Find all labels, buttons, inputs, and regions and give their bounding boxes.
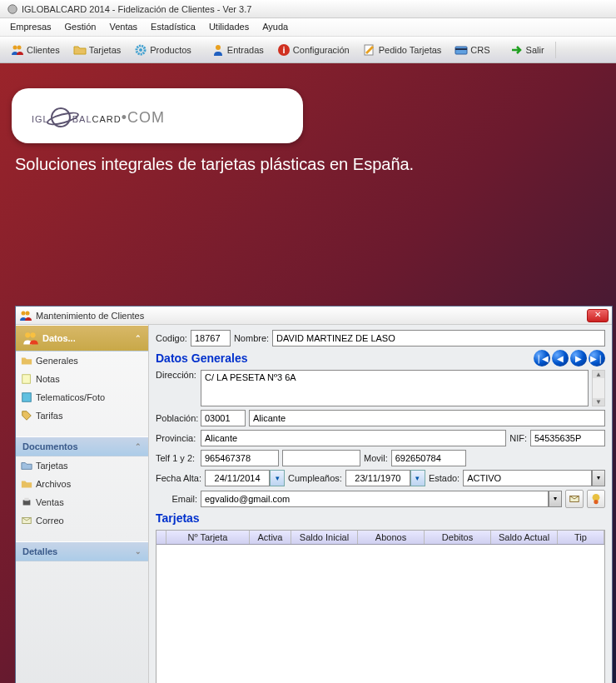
movil-field[interactable] xyxy=(391,450,466,466)
tb-configuracion[interactable]: iConfiguración xyxy=(271,40,355,60)
menu-utilidades[interactable]: Utilidades xyxy=(202,18,256,36)
close-button[interactable]: ✕ xyxy=(587,309,609,322)
estado-field[interactable] xyxy=(463,470,592,486)
email-config-button[interactable] xyxy=(587,490,605,508)
cp-field[interactable] xyxy=(201,410,246,426)
record-nav: ❘◀ ◀ ▶ ▶❘ xyxy=(534,350,605,366)
col-activa[interactable]: Activa xyxy=(250,531,291,544)
sidebar-header-detalles[interactable]: Detalles⌄ xyxy=(16,541,148,561)
tb-clientes[interactable]: Clientes xyxy=(5,40,66,60)
nif-field[interactable] xyxy=(530,430,605,446)
menu-ayuda[interactable]: Ayuda xyxy=(256,18,295,36)
col-debitos[interactable]: Debitos xyxy=(425,531,491,544)
window-titlebar: IGLOBALCARD 2014 - Fidelización de Clien… xyxy=(0,0,616,18)
tag-icon xyxy=(21,410,32,421)
combo-dropdown-button[interactable]: ▾ xyxy=(592,470,605,486)
note-icon xyxy=(21,373,32,385)
app-title: IGLOBALCARD 2014 - Fidelización de Clien… xyxy=(22,4,251,14)
globe-icon xyxy=(48,105,72,129)
poblacion-field[interactable] xyxy=(249,410,605,426)
svg-point-4 xyxy=(139,48,142,52)
sidebar-item-telematicos[interactable]: Telematicos/Foto xyxy=(16,388,148,406)
menubar: Empresas Gestión Ventas Estadística Util… xyxy=(0,18,616,37)
svg-point-5 xyxy=(216,45,221,50)
textarea-scrollbar[interactable]: ▲▼ xyxy=(592,370,605,406)
client-maintenance-window: Mantenimiento de Clientes ✕ Datos... ⌃ G… xyxy=(15,306,613,683)
menu-empresas[interactable]: Empresas xyxy=(3,18,58,36)
child-title: Mantenimiento de Clientes xyxy=(32,311,587,321)
label-nif: NIF: xyxy=(509,433,527,443)
sidebar-item-tarifas[interactable]: Tarifas xyxy=(16,406,148,425)
logo-card: IGLBALCARD•COM xyxy=(12,88,303,143)
col-saldo-inicial[interactable]: Saldo Inicial xyxy=(291,531,358,544)
nombre-field[interactable] xyxy=(272,330,605,346)
sidebar-item-generales[interactable]: Generales xyxy=(16,351,148,370)
date-dropdown-button[interactable]: ▾ xyxy=(410,470,425,486)
nav-next-button[interactable]: ▶ xyxy=(570,350,587,366)
menu-ventas[interactable]: Ventas xyxy=(102,18,144,36)
nav-prev-button[interactable]: ◀ xyxy=(552,350,569,366)
svg-point-1 xyxy=(13,45,17,49)
tb-salir[interactable]: Salir xyxy=(504,40,550,60)
folder-icon xyxy=(73,43,87,57)
section-tarjetas: Tarjetas xyxy=(156,511,605,525)
child-titlebar[interactable]: Mantenimiento de Clientes ✕ xyxy=(16,307,612,325)
svg-text:i: i xyxy=(282,45,285,55)
col-abonos[interactable]: Abonos xyxy=(358,531,425,544)
svg-rect-15 xyxy=(22,375,31,384)
date-dropdown-button[interactable]: ▾ xyxy=(270,470,285,486)
svg-point-13 xyxy=(25,332,30,337)
folder-icon xyxy=(21,355,32,366)
tb-tarjetas[interactable]: Tarjetas xyxy=(67,40,127,60)
sidebar-item-tarjetas[interactable]: Tarjetas xyxy=(16,456,148,475)
email-send-button[interactable] xyxy=(565,490,584,508)
edit-icon xyxy=(363,43,376,57)
nav-last-button[interactable]: ▶❘ xyxy=(589,350,605,366)
label-movil: Movil: xyxy=(364,453,388,463)
col-tip[interactable]: Tip xyxy=(558,531,604,544)
tb-crs[interactable]: CRS xyxy=(449,40,495,60)
direccion-field[interactable]: C/ LA PESETA Nº3 6A xyxy=(201,370,589,406)
telf1-field[interactable] xyxy=(201,450,279,466)
col-num-tarjeta[interactable]: Nº Tarjeta xyxy=(166,531,250,544)
sidebar: Datos... ⌃ Generales Notas Telematicos/F… xyxy=(16,325,149,683)
nav-first-button[interactable]: ❘◀ xyxy=(534,350,550,366)
email-field[interactable] xyxy=(201,491,549,507)
codigo-field[interactable] xyxy=(191,330,231,346)
form-area: Codigo: Nombre: Datos Generales ❘◀ ◀ ▶ ▶… xyxy=(149,325,612,683)
folder-icon xyxy=(21,460,32,471)
folder-icon xyxy=(21,478,32,490)
provincia-field[interactable] xyxy=(201,430,506,446)
sidebar-header-datos[interactable]: Datos... ⌃ xyxy=(16,325,148,351)
sidebar-header-documentos[interactable]: Documentos⌃ xyxy=(16,436,148,456)
person-icon xyxy=(211,43,225,57)
sidebar-item-notas[interactable]: Notas xyxy=(16,370,148,388)
col-saldo-actual[interactable]: Saldo Actual xyxy=(491,531,558,544)
mdi-area: IGLBALCARD•COM Soluciones integrales de … xyxy=(0,88,616,683)
svg-point-0 xyxy=(8,4,17,13)
tagline: Soluciones integrales de tarjetas plásti… xyxy=(15,155,601,174)
sidebar-item-archivos[interactable]: Archivos xyxy=(16,475,148,493)
combo-dropdown-button[interactable]: ▾ xyxy=(549,491,562,507)
menu-gestion[interactable]: Gestión xyxy=(58,18,103,36)
photo-icon xyxy=(21,391,32,403)
svg-point-14 xyxy=(30,332,35,337)
svg-rect-10 xyxy=(455,48,467,50)
tb-pedido[interactable]: Pedido Tarjetas xyxy=(357,40,448,60)
gear-icon xyxy=(134,43,147,57)
tarjetas-grid[interactable]: Nº Tarjeta Activa Saldo Inicial Abonos D… xyxy=(156,530,605,683)
cumpleanos-field[interactable] xyxy=(345,470,410,486)
label-telf: Telf 1 y 2: xyxy=(156,453,197,463)
tb-productos[interactable]: Productos xyxy=(128,40,197,60)
label-nombre: Nombre: xyxy=(234,333,269,343)
tb-entradas[interactable]: Entradas xyxy=(206,40,270,60)
menu-estadistica[interactable]: Estadística xyxy=(144,18,202,36)
globe-person-icon xyxy=(590,493,602,505)
fecha-alta-field[interactable] xyxy=(205,470,270,486)
sidebar-item-ventas[interactable]: Ventas xyxy=(16,493,148,511)
label-poblacion: Población: xyxy=(156,413,197,423)
sidebar-item-correo[interactable]: Correo xyxy=(16,511,148,530)
svg-point-11 xyxy=(22,311,26,315)
telf2-field[interactable] xyxy=(282,450,360,466)
toolbar: Clientes Tarjetas Productos Entradas iCo… xyxy=(0,37,616,63)
